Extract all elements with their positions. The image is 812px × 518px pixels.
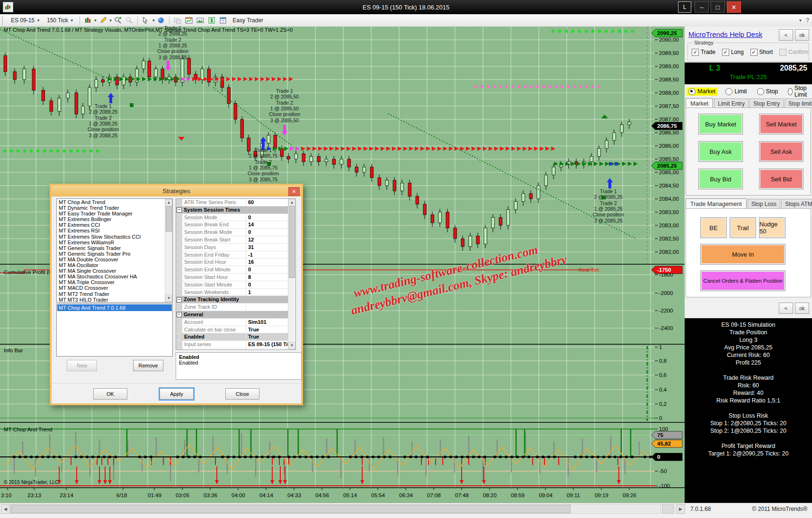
property-row[interactable]: Input seriesES 09-15 (150 Tick) (176, 341, 288, 348)
strategy-list-item[interactable]: MT MA Oscillator (57, 262, 165, 268)
strategy-list[interactable]: MT Chop And TrendMT Dynamic Trend Trader… (56, 198, 173, 303)
checkbox-confirm[interactable]: Confirm (779, 49, 808, 56)
property-value[interactable]: 14 (246, 221, 288, 228)
order-type-market[interactable]: Market (687, 88, 717, 96)
tab-stop-limit-entry[interactable]: Stop limit Entry (785, 98, 812, 108)
ok-button[interactable]: OK (93, 388, 127, 400)
help-desk-link[interactable]: MicroTrends Help Desk (688, 30, 762, 38)
strategy-list-item[interactable]: MT MA Double Crossover (57, 257, 165, 262)
order-type-stop-limit[interactable]: Stop Limit (786, 84, 811, 98)
strategy-list-item[interactable]: MT Extremes RSI (57, 228, 165, 233)
property-row[interactable]: Session Mode0 (176, 214, 288, 222)
property-value[interactable]: Sim101 (246, 319, 288, 326)
property-value[interactable] (246, 304, 288, 311)
scroll-up-icon[interactable]: ▲ (288, 199, 295, 206)
property-row[interactable]: Zone Track ID (176, 304, 288, 311)
strategy-list-item[interactable]: MT MT3 HILO Trader (57, 297, 165, 303)
property-row[interactable]: ATR Time Series Peric60 (176, 199, 288, 206)
move-in-button[interactable]: Move In (700, 244, 785, 265)
tab-stop-entry[interactable]: Stop Entry (750, 98, 784, 108)
sell-ask-button[interactable]: Sell Ask (759, 141, 803, 162)
order-type-stop[interactable]: Stop (755, 88, 780, 96)
dialog-title-bar[interactable]: Strategies ✕ (52, 186, 301, 196)
property-category[interactable]: −General (176, 311, 288, 319)
collapse-icon[interactable]: − (177, 297, 182, 303)
property-value[interactable]: MT Chop And Trend (246, 348, 288, 350)
property-row[interactable]: Session End Minute0 (176, 266, 288, 274)
tab-trade-management[interactable]: Trade Management (686, 198, 747, 209)
strategy-list-item[interactable]: MT Chop And Trend (57, 199, 165, 205)
property-value[interactable]: True (246, 333, 288, 340)
ok-mini-button-2[interactable]: ok (795, 303, 809, 314)
property-row[interactable]: EnabledTrue (176, 333, 288, 341)
strategy-list-item[interactable]: MT MA Stochastics Crossover HA (57, 274, 165, 279)
tab-stop-loss[interactable]: Stop Loss (748, 199, 780, 209)
ok-mini-button[interactable]: ok (795, 29, 809, 41)
property-value[interactable]: -1 (246, 251, 288, 259)
property-row[interactable]: Session Start Minute0 (176, 281, 288, 289)
tab-limit-entry[interactable]: Limit Entry (714, 98, 749, 108)
property-value[interactable]: True (246, 326, 288, 333)
strategy-list-item[interactable]: MT MA Triple Crossover (57, 279, 165, 285)
collapse-icon[interactable]: − (177, 312, 182, 317)
minimize-button[interactable]: – (695, 1, 709, 13)
property-value[interactable]: 12 (246, 236, 288, 243)
close-button[interactable]: ✕ (727, 1, 741, 13)
apply-button[interactable]: Apply (160, 388, 194, 400)
property-value[interactable]: 60 (246, 199, 288, 206)
close-dialog-button[interactable]: Close (225, 388, 259, 400)
scrollbar-thumb[interactable] (289, 206, 295, 278)
property-value[interactable]: ES 09-15 (150 Tick) (246, 341, 288, 348)
collapse-button-2[interactable]: < (779, 303, 793, 314)
property-category[interactable]: −System Session Times (176, 206, 288, 214)
strategy-list-item[interactable]: MT MACD Crossover (57, 285, 165, 291)
new-button[interactable]: New (67, 360, 97, 371)
trail-button[interactable]: Trail (730, 217, 756, 238)
property-row[interactable]: LabelMT Chop And Trend (176, 348, 288, 350)
maximize-button[interactable]: □ (711, 1, 725, 13)
dialog-close-icon[interactable]: ✕ (288, 187, 300, 196)
scroll-right-icon[interactable]: ▶ (676, 504, 685, 514)
property-row[interactable]: Session End Friday-1 (176, 251, 288, 259)
scrollbar-thumb[interactable] (166, 206, 172, 232)
property-row[interactable]: Calculate on bar closeTrue (176, 326, 288, 334)
strategy-list-item[interactable]: MT Extremes CCI (57, 222, 165, 228)
property-row[interactable]: Session Break Mode0 (176, 229, 288, 236)
strategy-list-item[interactable]: MT MT2 Trend Trader (57, 291, 165, 297)
scroll-down-icon[interactable]: ▼ (288, 342, 295, 349)
property-value[interactable]: 1 (246, 289, 288, 296)
hscrollbar-thumb[interactable] (11, 505, 571, 513)
order-type-limit[interactable]: Limit (723, 88, 749, 96)
property-row[interactable]: Session Break Start12 (176, 236, 288, 244)
property-row[interactable]: Session Start Hour8 (176, 274, 288, 281)
sell-market-button[interactable]: Sell Market (759, 114, 803, 134)
scroll-down-icon[interactable]: ▼ (165, 295, 172, 302)
buy-ask-button[interactable]: Buy Ask (698, 141, 743, 162)
chart-hscrollbar[interactable] (10, 504, 661, 514)
strategy-list-item[interactable]: MT Generic Signals Trader (57, 245, 165, 251)
strategy-list-item[interactable]: MT Extremes WilliamsR (57, 240, 165, 245)
property-grid-scrollbar[interactable]: ▲ ▼ (288, 199, 295, 349)
property-value[interactable]: 0 (246, 266, 288, 273)
active-strategy-list[interactable]: MT Chop And Trend 7.0.1.68 (56, 304, 173, 357)
property-value[interactable]: 0 (246, 214, 288, 221)
buy-market-button[interactable]: Buy Market (698, 114, 743, 134)
checkbox-long[interactable]: ✓Long (722, 49, 744, 56)
property-value[interactable]: 0 (246, 229, 288, 236)
help-icon[interactable]: ? (806, 17, 809, 24)
scroll-left-icon[interactable]: ◀ (1, 504, 10, 514)
active-strategy-item[interactable]: MT Chop And Trend 7.0.1.68 (57, 304, 172, 311)
remove-button[interactable]: Remove (133, 360, 163, 371)
toolbar-overflow-icon[interactable]: ▼ (798, 18, 802, 23)
scroll-up-icon[interactable]: ▲ (165, 199, 172, 206)
property-value[interactable]: 16 (246, 259, 288, 266)
nudge-50-button[interactable]: Nudge 50 (759, 217, 785, 238)
strategy-list-scrollbar[interactable]: ▲ ▼ (165, 199, 172, 302)
checkbox-short[interactable]: ✓Short (750, 49, 773, 56)
strategy-list-item[interactable]: MT MA Single Crossover (57, 268, 165, 274)
property-value[interactable]: 31 (246, 244, 288, 251)
property-row[interactable]: Session Break End14 (176, 221, 288, 229)
property-row[interactable]: Session End Hour16 (176, 259, 288, 266)
strategy-list-item[interactable]: MT Easy Trader Trade Manager (57, 211, 165, 216)
sell-bid-button[interactable]: Sell Bid (759, 169, 803, 189)
